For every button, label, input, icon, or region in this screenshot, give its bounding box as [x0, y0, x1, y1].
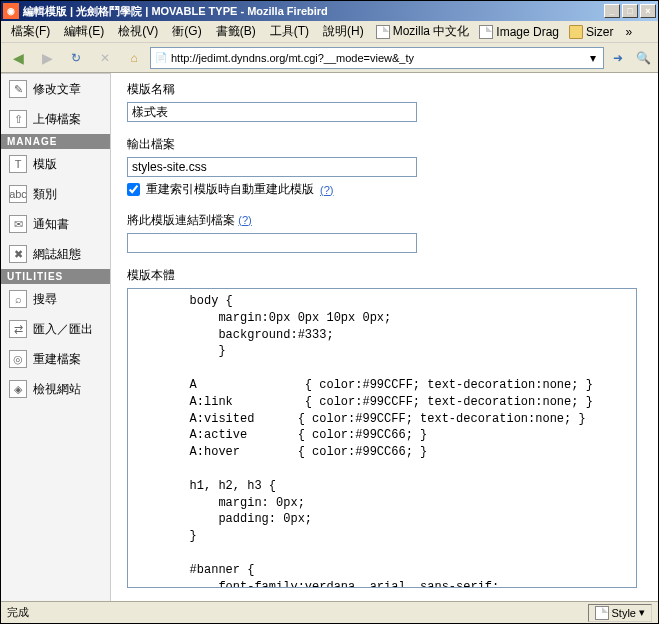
sidebar-item-label: 重建檔案: [33, 351, 81, 368]
forward-button[interactable]: ▶: [34, 45, 60, 71]
search-icon: 🔍: [636, 51, 651, 65]
url-dropdown[interactable]: ▾: [585, 51, 601, 65]
sidebar-item-category[interactable]: abc類別: [1, 179, 110, 209]
arrow-left-icon: ◀: [13, 50, 24, 66]
sidebar-item-label: 搜尋: [33, 291, 57, 308]
gear-icon: ◎: [9, 350, 27, 368]
style-pane[interactable]: Style ▾: [588, 604, 652, 622]
site-icon: 📄: [153, 50, 169, 66]
field-output: 輸出檔案 重建索引模版時自動重建此模版 (?): [127, 136, 642, 198]
sidebar-item-label: 修改文章: [33, 81, 81, 98]
transfer-icon: ⇄: [9, 320, 27, 338]
body-label: 模版本體: [127, 267, 642, 284]
category-icon: abc: [9, 185, 27, 203]
body-text: body { margin:0px 0px 10px 0px; backgrou…: [132, 293, 632, 588]
go-button[interactable]: ➜: [607, 47, 629, 69]
arrow-right-icon: ▶: [42, 50, 53, 66]
content-area: ✎修改文章 ⇧上傳檔案 MANAGE T模版 abc類別 ✉通知書 ✖網誌組態 …: [1, 73, 658, 601]
app-icon: ◉: [3, 3, 19, 19]
eye-icon: ◈: [9, 380, 27, 398]
rebuild-checkbox[interactable]: [127, 183, 140, 196]
home-icon: ⌂: [130, 51, 137, 65]
app-window: ◉ 編輯模版 | 光劍格鬥學院 | MOVABLE TYPE - Mozilla…: [0, 0, 659, 624]
field-link: 將此模版連結到檔案 (?): [127, 212, 642, 253]
url-input[interactable]: [169, 52, 585, 64]
status-text: 完成: [7, 605, 588, 620]
sidebar-item-view[interactable]: ◈檢視網站: [1, 374, 110, 404]
bookmark-label: Mozilla 中文化: [393, 23, 470, 40]
page-icon: [479, 25, 493, 39]
statusbar: 完成 Style ▾: [1, 601, 658, 623]
link-label: 將此模版連結到檔案 (?): [127, 212, 642, 229]
menu-view[interactable]: 檢視(V): [112, 21, 164, 42]
bookmark-label: Image Drag: [496, 25, 559, 39]
sidebar-item-label: 匯入／匯出: [33, 321, 93, 338]
sidebar-item-label: 模版: [33, 156, 57, 173]
link-input[interactable]: [127, 233, 417, 253]
page-icon: [376, 25, 390, 39]
menu-help[interactable]: 說明(H): [317, 21, 370, 42]
magnifier-icon: ⌕: [9, 290, 27, 308]
url-bar: 📄 ▾: [150, 47, 604, 69]
minimize-button[interactable]: _: [604, 4, 620, 18]
mail-icon: ✉: [9, 215, 27, 233]
window-controls: _ □ ×: [604, 4, 656, 18]
main-panel: 模版名稱 輸出檔案 重建索引模版時自動重建此模版 (?) 將此模版連結到檔案 (…: [111, 73, 658, 601]
sidebar-item-edit[interactable]: ✎修改文章: [1, 73, 110, 104]
bookmark-link-imagedrag[interactable]: Image Drag: [475, 23, 563, 41]
bookmark-link-sizer[interactable]: Sizer: [565, 23, 617, 41]
bookmark-link-mozilla[interactable]: Mozilla 中文化: [372, 21, 474, 42]
menu-bookmarks[interactable]: 書籤(B): [210, 21, 262, 42]
back-button[interactable]: ◀: [5, 45, 31, 71]
sidebar-item-label: 上傳檔案: [33, 111, 81, 128]
stop-button[interactable]: ✕: [92, 45, 118, 71]
bookmark-label: Sizer: [586, 25, 613, 39]
search-button[interactable]: 🔍: [632, 47, 654, 69]
body-textarea[interactable]: body { margin:0px 0px 10px 0px; backgrou…: [127, 288, 637, 588]
sidebar-item-label: 網誌組態: [33, 246, 81, 263]
close-button[interactable]: ×: [640, 4, 656, 18]
nav-toolbar: ◀ ▶ ↻ ✕ ⌂ 📄 ▾ ➜ 🔍: [1, 43, 658, 73]
page-icon: [595, 606, 609, 620]
stop-icon: ✕: [100, 51, 110, 65]
sidebar-item-import[interactable]: ⇄匯入／匯出: [1, 314, 110, 344]
rebuild-checkbox-row: 重建索引模版時自動重建此模版 (?): [127, 181, 642, 198]
sidebar-item-config[interactable]: ✖網誌組態: [1, 239, 110, 269]
go-icon: ➜: [613, 51, 623, 65]
sidebar-item-search[interactable]: ⌕搜尋: [1, 284, 110, 314]
field-body: 模版本體 body { margin:0px 0px 10px 0px; bac…: [127, 267, 642, 588]
output-input[interactable]: [127, 157, 417, 177]
titlebar: ◉ 編輯模版 | 光劍格鬥學院 | MOVABLE TYPE - Mozilla…: [1, 1, 658, 21]
sidebar-item-label: 通知書: [33, 216, 69, 233]
sidebar-item-notify[interactable]: ✉通知書: [1, 209, 110, 239]
sidebar-item-template[interactable]: T模版: [1, 149, 110, 179]
menu-overflow[interactable]: »: [619, 23, 638, 41]
field-name: 模版名稱: [127, 81, 642, 122]
menu-edit[interactable]: 編輯(E): [58, 21, 110, 42]
pencil-icon: ✎: [9, 80, 27, 98]
sidebar-item-label: 檢視網站: [33, 381, 81, 398]
help-link[interactable]: (?): [320, 184, 333, 196]
checkbox-label: 重建索引模版時自動重建此模版: [146, 181, 314, 198]
sidebar-header-manage: MANAGE: [1, 134, 110, 149]
sidebar-item-rebuild[interactable]: ◎重建檔案: [1, 344, 110, 374]
sidebar: ✎修改文章 ⇧上傳檔案 MANAGE T模版 abc類別 ✉通知書 ✖網誌組態 …: [1, 73, 111, 601]
menu-go[interactable]: 衝(G): [166, 21, 207, 42]
sidebar-item-label: 類別: [33, 186, 57, 203]
menubar: 檔案(F) 編輯(E) 檢視(V) 衝(G) 書籤(B) 工具(T) 說明(H)…: [1, 21, 658, 43]
sidebar-item-upload[interactable]: ⇧上傳檔案: [1, 104, 110, 134]
style-label: Style: [612, 607, 636, 619]
reload-button[interactable]: ↻: [63, 45, 89, 71]
wrench-icon: ✖: [9, 245, 27, 263]
menu-tools[interactable]: 工具(T): [264, 21, 315, 42]
menu-file[interactable]: 檔案(F): [5, 21, 56, 42]
maximize-button[interactable]: □: [622, 4, 638, 18]
help-link[interactable]: (?): [238, 214, 251, 226]
output-label: 輸出檔案: [127, 136, 642, 153]
name-label: 模版名稱: [127, 81, 642, 98]
home-button[interactable]: ⌂: [121, 45, 147, 71]
sidebar-header-utilities: UTILITIES: [1, 269, 110, 284]
upload-icon: ⇧: [9, 110, 27, 128]
name-input[interactable]: [127, 102, 417, 122]
template-icon: T: [9, 155, 27, 173]
